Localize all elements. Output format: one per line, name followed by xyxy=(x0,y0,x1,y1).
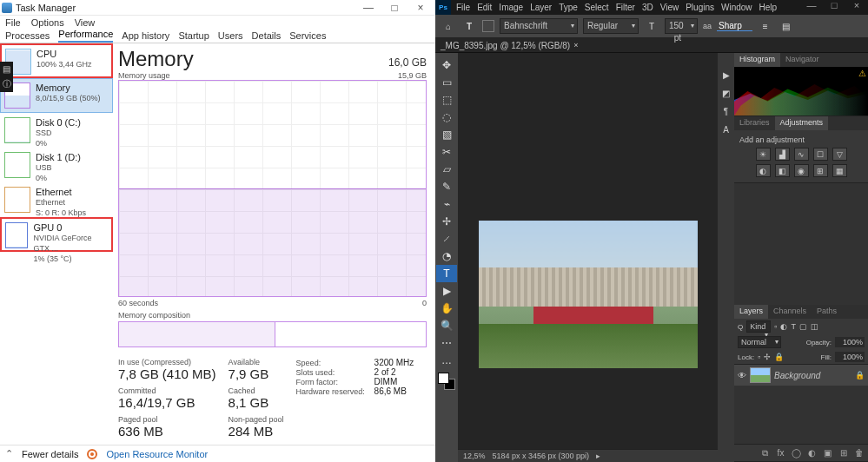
panel-menu-icon[interactable]: ▤ xyxy=(779,18,794,34)
tab-navigator[interactable]: Navigator xyxy=(780,53,825,67)
layer-mask-icon[interactable]: ◯ xyxy=(790,447,803,459)
tool-4[interactable]: ▧ xyxy=(436,126,457,143)
home-icon[interactable]: ⌂ xyxy=(441,18,456,34)
menu-filter[interactable]: Filter xyxy=(616,3,635,12)
tool-12[interactable]: T xyxy=(436,265,457,282)
visibility-eye-icon[interactable]: 👁 xyxy=(738,371,746,380)
sidebar-item-disk-0-c-[interactable]: Disk 0 (C:) SSD 0% xyxy=(0,113,113,148)
tab-layers[interactable]: Layers xyxy=(734,305,768,319)
blend-mode-dropdown[interactable]: Normal xyxy=(738,336,781,348)
delete-layer-icon[interactable]: 🗑 xyxy=(852,447,865,459)
menu-edit[interactable]: Edit xyxy=(477,3,492,12)
play-icon[interactable]: ▶ xyxy=(719,69,732,82)
tool-15[interactable]: 🔍 xyxy=(436,317,457,334)
exposure-adjustment-icon[interactable]: ☐ xyxy=(813,148,828,161)
menu-view[interactable]: View xyxy=(75,17,96,28)
close-button[interactable]: × xyxy=(407,2,434,14)
font-family-dropdown[interactable]: Bahnschrift xyxy=(500,18,578,34)
text-align-icon[interactable]: ≡ xyxy=(758,18,773,34)
tool-11[interactable]: ◔ xyxy=(436,248,457,265)
vibrance-adjustment-icon[interactable]: ▽ xyxy=(832,148,847,161)
brightness-adjustment-icon[interactable]: ☀ xyxy=(756,148,771,161)
color-swatch[interactable] xyxy=(438,373,455,390)
menu-help[interactable]: Help xyxy=(759,3,778,12)
sidebar-item-gpu-0[interactable]: GPU 0 NVIDIA GeForce GTX ... 1% (35 °C) xyxy=(0,217,113,252)
new-group-icon[interactable]: ▣ xyxy=(821,447,834,459)
ps-maximize-button[interactable]: □ xyxy=(823,0,845,15)
lock-pixels-icon[interactable]: ▫ xyxy=(758,353,760,361)
menu-type[interactable]: Type xyxy=(559,3,578,12)
antialias-dropdown[interactable]: Sharp xyxy=(717,21,752,31)
levels-adjustment-icon[interactable]: ▟ xyxy=(775,148,790,161)
sidebar-item-memory[interactable]: Memory 8,0/15,9 GB (50%) xyxy=(0,78,113,113)
layer-fx-icon[interactable]: fx xyxy=(774,447,787,459)
tool-3[interactable]: ◌ xyxy=(436,109,457,126)
tool-10[interactable]: ⟋ xyxy=(436,230,457,248)
menu-window[interactable]: Window xyxy=(721,3,752,12)
tab-performance[interactable]: Performance xyxy=(58,29,113,43)
menu-select[interactable]: Select xyxy=(585,3,609,12)
text-orientation-toggle[interactable] xyxy=(482,20,494,32)
tab-close-icon[interactable]: × xyxy=(573,41,578,50)
tool-0[interactable]: ✥ xyxy=(436,56,457,74)
tool-6[interactable]: ▱ xyxy=(436,161,457,178)
curves-adjustment-icon[interactable]: ∿ xyxy=(794,148,809,161)
canvas[interactable] xyxy=(458,53,718,449)
font-size-dropdown[interactable]: 150 pt xyxy=(665,18,698,34)
fewer-details-link[interactable]: Fewer details xyxy=(22,449,78,459)
link-layers-icon[interactable]: ⧉ xyxy=(759,447,772,459)
paragraph-icon[interactable]: ¶ xyxy=(719,105,732,118)
menu-layer[interactable]: Layer xyxy=(530,3,552,12)
tab-services[interactable]: Services xyxy=(289,30,326,43)
kind-filter-dropdown[interactable]: Kind xyxy=(746,320,771,333)
foreground-color[interactable] xyxy=(438,373,449,384)
lock-position-icon[interactable]: ✢ xyxy=(764,353,771,361)
zoom-value[interactable]: 12,5% xyxy=(463,452,486,460)
fill-input[interactable]: 100% xyxy=(835,352,865,362)
tab-startup[interactable]: Startup xyxy=(178,30,209,43)
ps-minimize-button[interactable]: — xyxy=(800,0,823,15)
tool-5[interactable]: ✂ xyxy=(436,143,457,161)
filter-smart-icon[interactable]: ◫ xyxy=(811,322,818,331)
tab-channels[interactable]: Channels xyxy=(768,305,812,319)
menu-image[interactable]: Image xyxy=(499,3,523,12)
channel-mixer-adjustment-icon[interactable]: ⊞ xyxy=(813,164,828,177)
menu-file[interactable]: File xyxy=(5,17,21,28)
sidebar-item-disk-1-d-[interactable]: Disk 1 (D:) USB 0% xyxy=(0,148,113,182)
tool-9[interactable]: ✢ xyxy=(436,213,457,230)
sidebar-item-cpu[interactable]: CPU 100% 3,44 GHz xyxy=(0,43,113,78)
tool-2[interactable]: ⬚ xyxy=(436,91,457,109)
lock-all-icon[interactable]: 🔒 xyxy=(774,353,784,361)
minimize-button[interactable]: — xyxy=(355,2,381,14)
menu-3d[interactable]: 3D xyxy=(642,3,653,12)
tab-app-history[interactable]: App history xyxy=(122,30,169,43)
photo-filter-adjustment-icon[interactable]: ◉ xyxy=(794,164,809,177)
new-layer-icon[interactable]: ⊞ xyxy=(837,447,850,459)
new-fill-icon[interactable]: ◐ xyxy=(805,447,818,459)
tool-17[interactable]: … xyxy=(436,352,457,369)
tab-adjustments[interactable]: Adjustments xyxy=(775,116,829,130)
warning-icon[interactable]: ⚠ xyxy=(858,69,866,78)
tool-1[interactable]: ▭ xyxy=(436,74,457,91)
gradient-map-adjustment-icon[interactable]: ▦ xyxy=(832,164,847,177)
tool-16[interactable]: ⋯ xyxy=(436,334,457,352)
menu-view[interactable]: View xyxy=(660,3,679,12)
filter-image-icon[interactable]: ▫ xyxy=(774,322,777,331)
filter-adj-icon[interactable]: ◐ xyxy=(780,322,787,331)
tab-libraries[interactable]: Libraries xyxy=(734,116,775,130)
menu-file[interactable]: File xyxy=(456,3,470,12)
hue-adjustment-icon[interactable]: ◐ xyxy=(756,164,771,177)
character-icon[interactable]: A xyxy=(719,123,732,136)
filter-shape-icon[interactable]: ▢ xyxy=(799,322,807,331)
tab-histogram[interactable]: Histogram xyxy=(734,53,780,67)
opacity-input[interactable]: 100% xyxy=(835,337,865,347)
menu-plugins[interactable]: Plugins xyxy=(686,3,714,12)
tool-8[interactable]: ⌁ xyxy=(436,195,457,213)
document-tab[interactable]: _MG_8395.jpg @ 12,5% (RGB/8) xyxy=(441,41,570,50)
layer-row[interactable]: 👁 Background 🔒 xyxy=(734,365,868,386)
tab-details[interactable]: Details xyxy=(252,30,282,43)
tool-7[interactable]: ✎ xyxy=(436,178,457,195)
lock-icon[interactable]: 🔒 xyxy=(855,371,865,380)
menu-options[interactable]: Options xyxy=(31,17,64,28)
tab-processes[interactable]: Processes xyxy=(5,30,50,43)
